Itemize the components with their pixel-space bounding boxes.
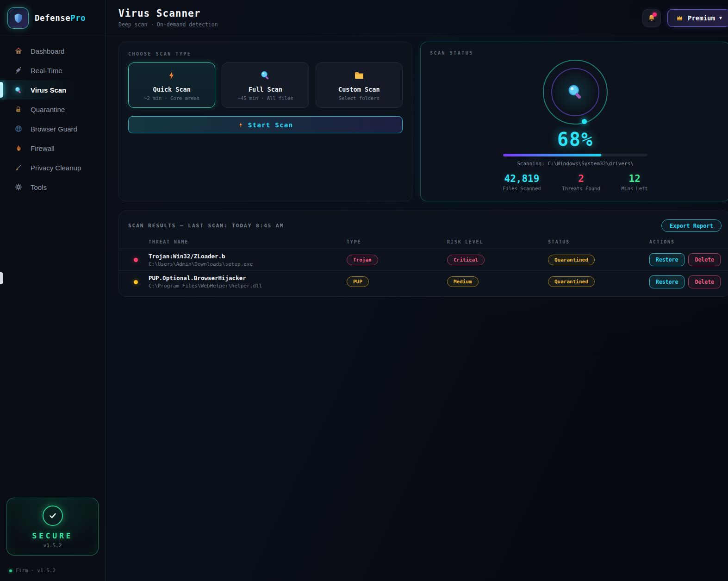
globe-icon <box>14 125 23 133</box>
start-scan-label: Start Scan <box>248 121 293 129</box>
stat-files-scanned: 42,819 Files Scanned <box>503 173 541 191</box>
page-heading: Virus Scanner Deep scan · On-demand dete… <box>118 8 218 28</box>
shield-logo-icon <box>7 7 29 29</box>
sidebar-item-label: Real-Time <box>31 67 62 75</box>
scan-option-name: Quick Scan <box>153 86 191 93</box>
top-cards-row: CHOOSE SCAN TYPE Quick Scan ~ <box>118 42 728 201</box>
severity-dot-icon <box>134 280 138 284</box>
broom-icon <box>14 163 23 172</box>
radar-orbit-dot <box>582 119 587 124</box>
home-icon <box>14 47 23 56</box>
scan-option-name: Custom Scan <box>338 86 380 93</box>
start-scan-button[interactable]: Start Scan <box>128 116 403 133</box>
scan-option-desc: ~45 min · All files <box>237 95 293 101</box>
sidebar-item-label: Virus Scan <box>31 86 66 94</box>
delete-button[interactable]: Delete <box>688 275 721 288</box>
notifications-button[interactable] <box>642 9 661 27</box>
sidebar-item-label: Privacy Cleanup <box>31 164 81 172</box>
status-dot-icon <box>9 569 12 572</box>
actions-cell: Restore Delete <box>649 275 721 288</box>
scan-radar <box>541 57 610 127</box>
page-subtitle: Deep scan · On-demand detection <box>118 21 218 28</box>
threat-path: C:\Users\Admin\Downloads\setup.exe <box>149 261 347 267</box>
stat-label: Mins Left <box>622 186 648 191</box>
risk-badge: Medium <box>447 276 479 287</box>
column-risk-level: RISK LEVEL <box>447 239 548 244</box>
sidebar-item-label: Quarantine <box>31 106 65 113</box>
stat-threats-found: 2 Threats Found <box>562 173 600 191</box>
shield-icon <box>12 12 24 24</box>
search-icon <box>14 86 23 94</box>
sidebar-footer-text: Firm · v1.5.2 <box>16 568 56 574</box>
threat-cell: PUP.Optional.BrowserHijacker C:\Program … <box>149 275 347 289</box>
sidebar-item-privacy-cleanup[interactable]: Privacy Cleanup <box>0 158 105 177</box>
stat-value: 42,819 <box>504 173 540 184</box>
left-edge-scroll-indicator <box>0 272 3 284</box>
main-area: Virus Scanner Deep scan · On-demand dete… <box>106 0 728 581</box>
scan-results-card: SCAN RESULTS — LAST SCAN: TODAY 8:45 AM … <box>118 211 728 297</box>
magnifier-icon <box>260 69 271 81</box>
results-header: SCAN RESULTS — LAST SCAN: TODAY 8:45 AM … <box>119 219 728 232</box>
scan-option-quick[interactable]: Quick Scan ~2 min · Core areas <box>128 62 215 108</box>
lightning-icon <box>238 121 244 128</box>
scan-options: Quick Scan ~2 min · Core areas Full Scan <box>128 62 403 108</box>
sidebar-nav: Dashboard Real-Time Virus Scan Quarantin… <box>0 36 105 197</box>
topbar-actions: Premium ▼ <box>642 9 728 27</box>
notification-badge <box>653 12 657 17</box>
results-table-header: THREAT NAME TYPE RISK LEVEL STATUS ACTIO… <box>119 239 728 249</box>
scan-option-desc: ~2 min · Core areas <box>144 95 199 101</box>
restore-button[interactable]: Restore <box>649 253 684 266</box>
export-report-button[interactable]: Export Report <box>661 219 722 232</box>
premium-label: Premium <box>688 14 715 22</box>
sidebar-item-label: Browser Guard <box>31 125 77 133</box>
threat-cell: Trojan:Win32/ZLoader.b C:\Users\Admin\Do… <box>149 253 347 267</box>
topbar: Virus Scanner Deep scan · On-demand dete… <box>106 0 728 36</box>
crown-icon <box>676 14 684 22</box>
type-badge: PUP <box>347 276 369 287</box>
scanning-path-text: Scanning: C:\Windows\System32\drivers\ <box>517 161 634 167</box>
restore-button[interactable]: Restore <box>649 275 684 288</box>
sidebar-item-label: Dashboard <box>31 47 64 55</box>
scan-option-desc: Select folders <box>339 95 380 101</box>
sidebar-item-virus-scan[interactable]: Virus Scan <box>0 80 105 100</box>
column-status: STATUS <box>548 239 649 244</box>
scan-progress-percent: 68% <box>557 129 593 150</box>
sidebar-item-tools[interactable]: Tools <box>0 177 105 197</box>
check-icon <box>43 506 63 526</box>
scan-stats: 42,819 Files Scanned 2 Threats Found 12 … <box>503 173 647 191</box>
table-row: Trojan:Win32/ZLoader.b C:\Users\Admin\Do… <box>119 249 728 271</box>
scan-progress-fill <box>503 154 601 156</box>
actions-cell: Restore Delete <box>649 253 721 266</box>
scan-option-full[interactable]: Full Scan ~45 min · All files <box>222 62 309 108</box>
sidebar-item-realtime[interactable]: Real-Time <box>0 61 105 80</box>
delete-button[interactable]: Delete <box>688 253 721 266</box>
results-title: SCAN RESULTS — LAST SCAN: TODAY 8:45 AM <box>128 223 284 229</box>
sidebar-item-firewall[interactable]: Firewall <box>0 138 105 158</box>
stat-mins-left: 12 Mins Left <box>622 173 648 191</box>
scan-status-label: SCAN STATUS <box>430 50 473 56</box>
sidebar-item-quarantine[interactable]: Quarantine <box>0 100 105 119</box>
flame-icon <box>14 144 23 153</box>
scan-option-custom[interactable]: Custom Scan Select folders <box>316 62 403 108</box>
stat-label: Files Scanned <box>503 186 541 191</box>
sidebar: DefensePro Dashboard Real-Time Virus Sca… <box>0 0 106 581</box>
sidebar-item-dashboard[interactable]: Dashboard <box>0 41 105 61</box>
secure-status-card: SECURE v1.5.2 <box>6 498 99 556</box>
choose-scan-type-label: CHOOSE SCAN TYPE <box>128 51 403 56</box>
premium-button[interactable]: Premium ▼ <box>667 9 728 27</box>
brand-name: DefensePro <box>35 13 86 23</box>
type-badge: Trojan <box>347 255 378 265</box>
magnifier-icon <box>566 83 585 101</box>
sidebar-item-browser-guard[interactable]: Browser Guard <box>0 119 105 138</box>
column-type: TYPE <box>347 239 447 244</box>
lightning-icon <box>167 69 176 81</box>
folder-icon <box>354 69 365 81</box>
stat-value: 2 <box>578 173 584 184</box>
sidebar-item-label: Tools <box>31 183 47 191</box>
chevron-down-icon: ▼ <box>719 15 722 20</box>
sidebar-spacer <box>0 197 105 491</box>
sidebar-footer: Firm · v1.5.2 <box>0 562 105 581</box>
content: CHOOSE SCAN TYPE Quick Scan ~ <box>106 36 728 297</box>
threat-path: C:\Program Files\WebHelper\helper.dll <box>149 283 347 289</box>
scan-progress-bar <box>503 154 647 156</box>
